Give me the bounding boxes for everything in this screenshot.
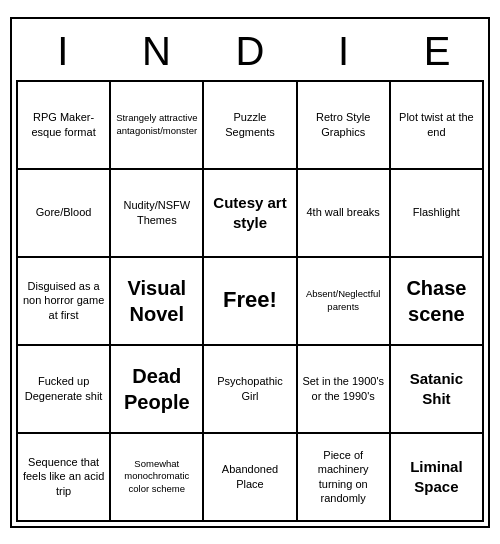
bingo-cell: Retro Style Graphics bbox=[298, 82, 391, 170]
bingo-cell: Fucked up Degenerate shit bbox=[18, 346, 111, 434]
bingo-cell: Chase scene bbox=[391, 258, 484, 346]
bingo-cell: Cutesy art style bbox=[204, 170, 297, 258]
title-letter: I bbox=[301, 29, 387, 74]
bingo-title: INDIE bbox=[16, 23, 484, 80]
bingo-cell: 4th wall breaks bbox=[298, 170, 391, 258]
bingo-cell: RPG Maker-esque format bbox=[18, 82, 111, 170]
title-letter: D bbox=[207, 29, 293, 74]
title-letter: I bbox=[20, 29, 106, 74]
bingo-cell: Nudity/NSFW Themes bbox=[111, 170, 204, 258]
bingo-cell: Somewhat monochromatic color scheme bbox=[111, 434, 204, 522]
bingo-cell: Abandoned Place bbox=[204, 434, 297, 522]
bingo-cell: Psychopathic Girl bbox=[204, 346, 297, 434]
bingo-cell: Gore/Blood bbox=[18, 170, 111, 258]
title-letter: E bbox=[394, 29, 480, 74]
bingo-cell: Disguised as a non horror game at first bbox=[18, 258, 111, 346]
bingo-card: INDIE RPG Maker-esque formatStrangely at… bbox=[10, 17, 490, 528]
title-letter: N bbox=[113, 29, 199, 74]
bingo-cell: Set in the 1900's or the 1990's bbox=[298, 346, 391, 434]
bingo-cell: Piece of machinery turning on randomly bbox=[298, 434, 391, 522]
bingo-cell: Liminal Space bbox=[391, 434, 484, 522]
bingo-cell: Sequence that feels like an acid trip bbox=[18, 434, 111, 522]
bingo-cell: Absent/Neglectful parents bbox=[298, 258, 391, 346]
bingo-cell: Visual Novel bbox=[111, 258, 204, 346]
bingo-cell: Strangely attractive antagonist/monster bbox=[111, 82, 204, 170]
bingo-cell: Flashlight bbox=[391, 170, 484, 258]
bingo-grid: RPG Maker-esque formatStrangely attracti… bbox=[16, 80, 484, 522]
bingo-cell: Satanic Shit bbox=[391, 346, 484, 434]
bingo-cell: Free! bbox=[204, 258, 297, 346]
bingo-cell: Puzzle Segments bbox=[204, 82, 297, 170]
bingo-cell: Plot twist at the end bbox=[391, 82, 484, 170]
bingo-cell: Dead People bbox=[111, 346, 204, 434]
